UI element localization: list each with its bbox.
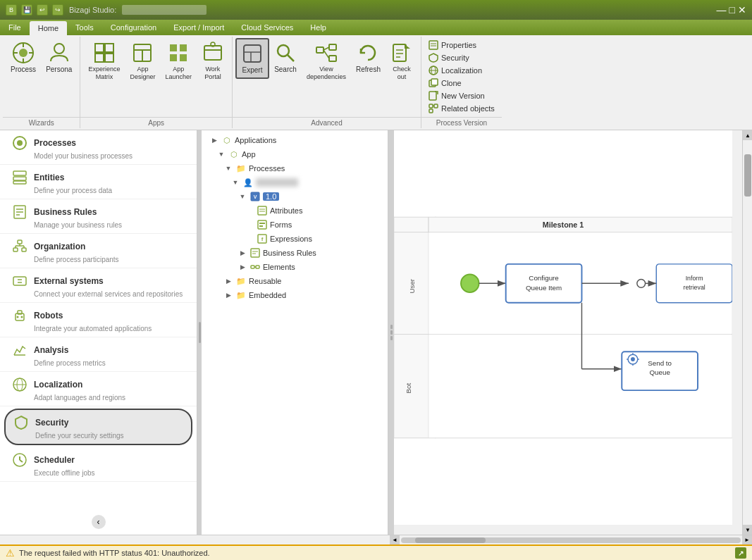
tree-item-processes[interactable]: ▼ 📁 Processes (202, 161, 388, 175)
tree-item-expressions[interactable]: ▶ f Expressions (202, 232, 388, 246)
sidebar-item-organization[interactable]: Organization Define process participants (0, 234, 197, 268)
menu-help[interactable]: Help (302, 20, 335, 35)
ribbon-btn-persona[interactable]: Persona (41, 38, 77, 77)
expand-process1[interactable]: ▼ (230, 178, 240, 187)
expand-reusable[interactable]: ▶ (223, 276, 233, 286)
ribbon-btn-app-designer[interactable]: AppDesigner (125, 38, 160, 85)
expand-embedded[interactable]: ▶ (223, 290, 233, 300)
vertical-scrollbar[interactable]: ▲ ▼ (742, 130, 752, 535)
scroll-up-button[interactable]: ▲ (743, 130, 752, 140)
scroll-right-button[interactable]: ► (742, 535, 752, 545)
svg-rect-21 (244, 45, 261, 62)
ribbon-btn-process[interactable]: Process (6, 38, 41, 77)
ribbon-btn-refresh[interactable]: Refresh (351, 38, 386, 77)
processes-header: Processes (11, 135, 190, 151)
related-objects-label: Related objects (441, 104, 495, 113)
save-icon[interactable]: 💾 (21, 4, 32, 15)
undo-icon[interactable]: ↩ (37, 4, 48, 15)
statusbar-right: ↗ (735, 547, 746, 559)
sidebar-item-robots[interactable]: Robots Integrate your automated applicat… (0, 303, 197, 337)
tree-item-business-rules[interactable]: ▶ Business Rules (202, 246, 388, 260)
security-header: Security (13, 414, 184, 431)
tree-item-attributes[interactable]: ▶ Attributes (202, 204, 388, 218)
h-scroll-track (401, 537, 741, 543)
sidebar-item-analysis[interactable]: Analysis Define process metrics (0, 337, 197, 372)
tree-item-version[interactable]: ▼ V 1.0 (202, 189, 388, 204)
tree-item-forms[interactable]: ▶ Forms (202, 218, 388, 232)
ribbon-btn-experience-matrix[interactable]: ExperienceMatrix (83, 38, 125, 85)
svg-text:V: V (254, 194, 257, 199)
collapse-sidebar-button[interactable]: ‹ (92, 515, 106, 529)
sidebar-item-business-rules[interactable]: Business Rules Manage your business rule… (0, 199, 197, 234)
properties-label: Properties (441, 41, 476, 49)
ribbon-btn-properties[interactable]: Properties (427, 39, 496, 51)
splitter-handle (199, 322, 201, 343)
canvas-inner: Milestone 1 User Bot (394, 130, 742, 535)
menu-file[interactable]: File (0, 20, 30, 35)
scroll-down-button[interactable]: ▼ (743, 525, 752, 535)
ribbon-btn-expert[interactable]: Expert (235, 38, 269, 79)
maximize-button[interactable]: □ (729, 4, 735, 15)
menu-configuration[interactable]: Configuration (102, 20, 165, 35)
elements-label: Elements (263, 263, 295, 271)
ribbon-btn-clone[interactable]: Clone (427, 77, 496, 89)
tree-item-embedded[interactable]: ▶ 📁 Embedded (202, 288, 388, 302)
expand-elements[interactable]: ▶ (238, 262, 247, 272)
ribbon-btn-search[interactable]: Search (269, 38, 302, 77)
svg-point-70 (21, 316, 23, 318)
refresh-btn-label: Refresh (356, 66, 381, 74)
expand-app[interactable]: ▼ (216, 149, 226, 159)
experience-matrix-icon (93, 42, 116, 64)
ribbon-btn-view-dependencies[interactable]: Viewdependencies (302, 38, 351, 85)
sidebar-item-scheduler[interactable]: Scheduler Execute offline jobs (0, 447, 197, 482)
tree-item-applications[interactable]: ▶ ⬡ Applications (202, 133, 388, 147)
sidebar-item-external-systems[interactable]: External systems Connect your external s… (0, 268, 197, 303)
svg-rect-15 (180, 44, 187, 51)
svg-rect-28 (329, 56, 336, 61)
scroll-spacer-splitter (197, 535, 203, 545)
ribbon-btn-check-out[interactable]: Checkout (386, 38, 418, 85)
ribbon-btn-localization[interactable]: Localization (427, 65, 496, 76)
ribbon-section-process-version: Properties Security Localization Clone (421, 37, 502, 128)
work-portal-label: WorkPortal (204, 66, 221, 81)
sidebar-item-entities[interactable]: Entities Define your process data (0, 165, 197, 199)
diagram-container[interactable]: Milestone 1 User Bot (394, 130, 732, 525)
expand-processes[interactable]: ▼ (223, 163, 233, 173)
svg-rect-18 (204, 46, 221, 60)
statusbar: ⚠ The request failed with HTTP status 40… (0, 545, 752, 560)
security-sidebar-icon (13, 414, 30, 431)
ribbon-btn-security[interactable]: Security (427, 52, 496, 63)
middle-splitter[interactable] (388, 130, 394, 535)
h-scroll-thumb[interactable] (415, 537, 486, 543)
svg-rect-26 (316, 47, 323, 53)
h-scroll-area[interactable]: ◄ ► (390, 535, 752, 545)
ribbon-btn-related-objects[interactable]: Related objects (427, 103, 496, 114)
tree-item-reusable[interactable]: ▶ 📁 Reusable (202, 274, 388, 288)
expand-version[interactable]: ▼ (238, 192, 247, 201)
tree-item-app[interactable]: ▼ ⬡ App (202, 147, 388, 161)
ribbon-btn-app-launcher[interactable]: AppLauncher (160, 38, 197, 85)
scroll-thumb-v[interactable] (744, 154, 751, 197)
menu-tools[interactable]: Tools (67, 20, 102, 35)
related-objects-icon (429, 104, 438, 113)
expand-business-rules[interactable]: ▶ (238, 248, 247, 258)
close-button[interactable]: ✕ (738, 4, 746, 15)
menu-home[interactable]: Home (30, 21, 67, 35)
scroll-left-button[interactable]: ◄ (390, 535, 400, 545)
sidebar-item-localization[interactable]: Localization Adapt languages and regions (0, 372, 197, 406)
tree-item-elements[interactable]: ▶ Elements (202, 260, 388, 274)
ribbon-btn-new-version[interactable]: New Version (427, 90, 496, 101)
scheduler-title: Scheduler (34, 455, 75, 465)
menu-cloud-services[interactable]: Cloud Services (233, 20, 302, 35)
menu-export-import[interactable]: Export / Import (165, 20, 233, 35)
expand-applications[interactable]: ▶ (209, 135, 219, 145)
scroll-spacer-tree (203, 535, 390, 545)
ribbon-btn-work-portal[interactable]: WorkPortal (197, 38, 229, 85)
minimize-button[interactable]: — (717, 4, 727, 15)
redo-icon[interactable]: ↪ (52, 4, 63, 15)
svg-rect-42 (431, 79, 438, 85)
svg-rect-50 (13, 171, 26, 175)
tree-item-process1[interactable]: ▼ 👤 (202, 175, 388, 189)
sidebar-item-security[interactable]: Security Define your security settings (4, 409, 192, 445)
sidebar-item-processes[interactable]: Processes Model your business processes (0, 130, 197, 165)
